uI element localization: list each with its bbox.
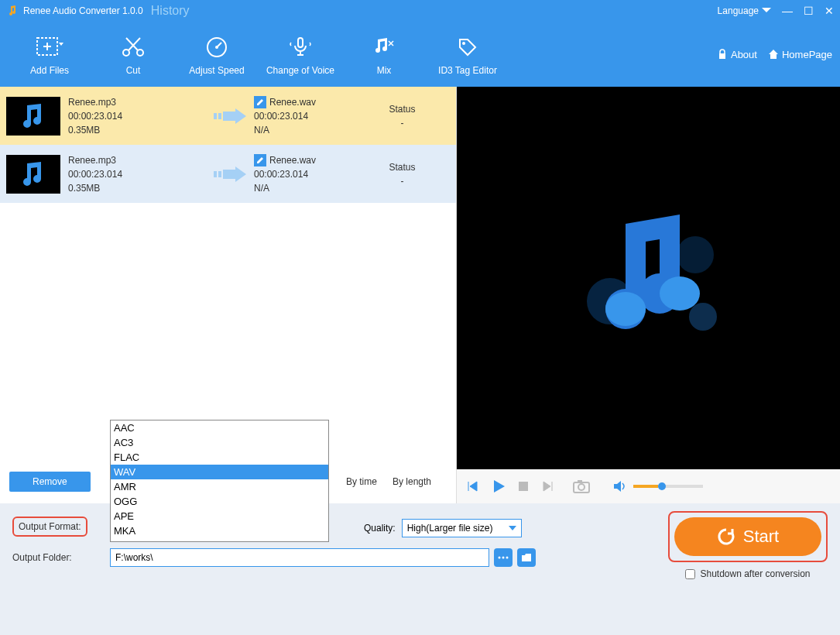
svg-point-16	[689, 303, 717, 331]
format-option[interactable]: WAV	[111, 465, 328, 479]
refresh-icon	[717, 527, 735, 546]
snapshot-button[interactable]	[573, 479, 590, 493]
by-length-option[interactable]: By length	[393, 476, 431, 487]
svg-rect-5	[298, 38, 303, 47]
svg-point-2	[137, 50, 143, 56]
stop-button[interactable]	[517, 480, 530, 493]
titlebar: Renee Audio Converter 1.0.0 History Lang…	[0, 0, 840, 22]
app-logo-icon	[6, 5, 19, 17]
music-note-artwork	[564, 193, 734, 363]
svg-rect-13	[223, 170, 235, 179]
music-note-icon	[18, 160, 49, 188]
svg-rect-7	[719, 53, 725, 59]
svg-rect-12	[218, 171, 221, 177]
format-option[interactable]: AC3	[111, 435, 328, 450]
file-source-info: Renee.mp3 00:00:23.014 0.35MB	[60, 153, 207, 195]
output-folder-input[interactable]	[110, 548, 489, 567]
settings-panel: AAC AC3 FLAC WAV AMR OGG APE MKA Output …	[0, 503, 840, 635]
svg-point-1	[123, 50, 129, 56]
file-output-info: Renee.wav 00:00:23.014 N/A	[254, 153, 355, 195]
shutdown-checkbox[interactable]: Shutdown after conversion	[668, 568, 828, 579]
mix-button[interactable]: Mix	[342, 33, 426, 76]
music-note-icon	[18, 102, 49, 130]
add-files-icon	[36, 35, 63, 58]
gauge-icon	[204, 35, 229, 58]
svg-rect-22	[578, 480, 582, 483]
format-option[interactable]: AMR	[111, 479, 328, 494]
quality-dropdown[interactable]: High(Larger file size)	[402, 519, 522, 537]
adjust-speed-button[interactable]: Adjust Speed	[175, 33, 259, 76]
svg-rect-11	[214, 171, 217, 177]
chevron-down-icon	[509, 526, 516, 530]
svg-point-23	[499, 557, 501, 559]
add-files-button[interactable]: Add Files	[8, 33, 91, 76]
format-option[interactable]: APE	[111, 509, 328, 523]
prev-track-button[interactable]	[466, 479, 480, 493]
id3-editor-button[interactable]: ID3 Tag Editor	[426, 33, 509, 76]
shutdown-checkbox-input[interactable]	[685, 569, 695, 579]
svg-point-24	[502, 557, 505, 559]
svg-rect-9	[218, 113, 221, 119]
edit-icon[interactable]	[254, 96, 266, 108]
file-status: Status -	[355, 102, 450, 130]
file-output-info: Renee.wav 00:00:23.014 N/A	[254, 95, 355, 137]
format-option[interactable]: MKA	[111, 523, 328, 538]
close-button[interactable]: ✕	[825, 5, 834, 17]
svg-point-6	[462, 42, 465, 45]
app-title: Renee Audio Converter 1.0.0	[23, 5, 143, 16]
file-row[interactable]: Renee.mp3 00:00:23.014 0.35MB Renee.wav …	[0, 87, 456, 145]
svg-point-15	[677, 236, 714, 273]
svg-point-21	[578, 484, 585, 490]
file-thumbnail	[6, 155, 60, 194]
preview-panel	[457, 87, 840, 503]
home-icon	[768, 49, 779, 60]
homepage-link[interactable]: HomePage	[768, 49, 832, 60]
svg-rect-19	[519, 482, 528, 491]
by-time-option[interactable]: By time	[346, 476, 377, 487]
svg-rect-8	[214, 113, 217, 119]
svg-point-18	[660, 276, 700, 311]
edit-icon[interactable]	[254, 154, 266, 166]
open-folder-button[interactable]	[517, 548, 536, 567]
tag-icon	[455, 35, 480, 58]
change-voice-button[interactable]: Change of Voice	[259, 33, 342, 76]
preview-video	[457, 87, 840, 469]
format-option[interactable]: FLAC	[111, 450, 328, 465]
toolbar: Add Files Cut Adjust Speed Change of Voi…	[0, 22, 840, 87]
browse-folder-button[interactable]	[494, 548, 513, 567]
maximize-button[interactable]: ☐	[804, 5, 814, 17]
format-option[interactable]: AAC	[111, 420, 328, 435]
output-format-label: Output Format:	[12, 517, 87, 537]
svg-point-25	[506, 557, 509, 559]
file-thumbnail	[6, 97, 60, 136]
arrow-icon	[207, 107, 254, 125]
playback-controls	[457, 469, 840, 503]
file-source-info: Renee.mp3 00:00:23.014 0.35MB	[60, 95, 207, 137]
history-link[interactable]: History	[151, 4, 190, 18]
about-link[interactable]: About	[717, 49, 757, 60]
svg-rect-10	[223, 112, 235, 121]
microphone-icon	[288, 35, 313, 58]
mix-icon	[372, 35, 396, 58]
arrow-icon	[207, 165, 254, 184]
next-track-button[interactable]	[540, 479, 554, 493]
remove-button[interactable]: Remove	[9, 472, 91, 492]
volume-slider[interactable]	[633, 485, 703, 488]
language-selector[interactable]: Language	[718, 5, 771, 16]
format-dropdown-list[interactable]: AAC AC3 FLAC WAV AMR OGG APE MKA	[110, 420, 329, 542]
quality-label: Quality:	[364, 523, 396, 534]
scissors-icon	[121, 35, 146, 58]
svg-point-17	[605, 292, 646, 326]
file-row[interactable]: Renee.mp3 00:00:23.014 0.35MB Renee.wav …	[0, 145, 456, 203]
file-status: Status -	[355, 160, 450, 188]
dropdown-icon	[762, 8, 771, 14]
cut-button[interactable]: Cut	[91, 33, 175, 76]
play-button[interactable]	[491, 479, 506, 494]
start-button[interactable]: Start	[674, 517, 821, 556]
volume-icon[interactable]	[613, 480, 627, 493]
lock-icon	[717, 49, 728, 60]
minimize-button[interactable]: —	[782, 5, 793, 17]
format-option[interactable]: OGG	[111, 494, 328, 509]
svg-point-4	[215, 46, 218, 49]
output-folder-label: Output Folder:	[12, 552, 90, 563]
